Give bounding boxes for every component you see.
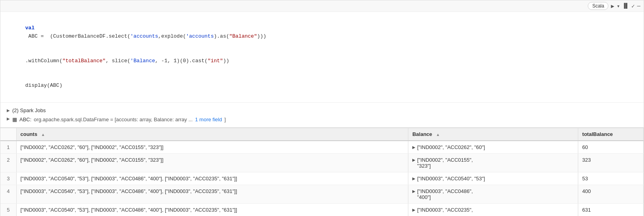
total-balance-str: "totalBalance" <box>62 58 105 64</box>
balance-value: ["IND0003", "ACC0486", "400"] <box>417 188 473 200</box>
abc-info-row: ▶ ▦ ABC: org.apache.spark.sql.DataFrame … <box>7 115 637 124</box>
abc-end: ] <box>224 117 226 122</box>
cell-total-balance: 400 <box>578 185 644 203</box>
cell-balance: ▶["IND0003", "ACC0540", "53"] <box>408 172 578 185</box>
cell-rownum: 5 <box>0 203 16 216</box>
spark-jobs-label: (2) Spark Jobs <box>12 107 46 113</box>
col-header-balance[interactable]: Balance ▲ <box>408 128 578 141</box>
explode-call: explode( <box>161 33 186 39</box>
col-header-counts[interactable]: counts ▲ <box>16 128 408 141</box>
table-row: 2["IND0002", "ACC0262", "60"], ["IND0002… <box>0 153 644 172</box>
check-icon[interactable]: ✓ <box>631 3 634 10</box>
cell-total-balance: 53 <box>578 172 644 185</box>
with-column: .withColumn( <box>25 58 63 64</box>
table-header-row: counts ▲ Balance ▲ totalBalance <box>0 128 644 141</box>
table-row: 1["IND0002", "ACC0262", "60"], ["IND0002… <box>0 141 644 154</box>
balance-value: ["IND0003", "ACC0235", <box>417 207 473 213</box>
cell-toolbar: Scala ▶ ▾ ▐▌ ✓ — <box>0 0 644 12</box>
slice-args: , -1, 1)(0).cast( <box>155 58 208 64</box>
table-row: 4["IND0003", "ACC0540", "53"], ["IND0003… <box>0 185 644 203</box>
more-field-link[interactable]: 1 more field <box>195 117 222 122</box>
balance-value: ["IND0002", "ACC0155", "323"] <box>417 157 473 169</box>
abc-toggle[interactable]: ▶ <box>7 117 10 121</box>
cell-counts: ["IND0003", "ACC0540", "53"], ["IND0003"… <box>16 185 408 203</box>
cell-rownum: 4 <box>0 185 16 203</box>
balance-expand-icon[interactable]: ▶ <box>412 189 415 193</box>
sort-icon-counts[interactable]: ▲ <box>41 132 45 137</box>
more-icon[interactable]: — <box>637 3 640 9</box>
cell-balance: ▶["IND0003", "ACC0486", "400"] <box>408 185 578 203</box>
code-area: val ABC = (CustomerBalanceDF.select('acc… <box>0 12 644 103</box>
cell-rownum: 1 <box>0 141 16 154</box>
col-header-rownum <box>0 128 16 141</box>
spark-jobs-toggle[interactable]: ▶ <box>7 108 10 113</box>
cell-counts: ["IND0003", "ACC0540", "53"], ["IND0003"… <box>16 203 408 216</box>
data-table-wrapper: counts ▲ Balance ▲ totalBalance 1["IND00… <box>0 128 644 216</box>
cell-balance: ▶["IND0003", "ACC0235", <box>408 203 578 216</box>
accounts-arg2: 'accounts <box>186 33 214 39</box>
cell-counts: ["IND0003", "ACC0540", "53"], ["IND0003"… <box>16 172 408 185</box>
balance-expand-icon[interactable]: ▶ <box>412 158 415 162</box>
cell-balance: ▶["IND0002", "ACC0155", "323"] <box>408 153 578 172</box>
cell-rownum: 2 <box>0 153 16 172</box>
notebook-cell: Scala ▶ ▾ ▐▌ ✓ — val ABC = (CustomerBala… <box>0 0 644 216</box>
run-button[interactable]: ▶ <box>611 3 614 10</box>
close1: ). <box>214 33 220 39</box>
accounts-arg1: 'accounts <box>130 33 158 39</box>
balance-str: "Balance" <box>229 33 257 39</box>
sort-icon-balance[interactable]: ▲ <box>436 132 440 137</box>
balance-tick: 'Balance <box>130 58 155 64</box>
table-row: 5["IND0003", "ACC0540", "53"], ["IND0003… <box>0 203 644 216</box>
display-call: display(ABC) <box>25 82 63 88</box>
cell-total-balance: 60 <box>578 141 644 154</box>
table-row: 3["IND0003", "ACC0540", "53"], ["IND0003… <box>0 172 644 185</box>
cell-rownum: 3 <box>0 172 16 185</box>
cell-balance: ▶["IND0002", "ACC0262", "60"] <box>408 141 578 154</box>
cell-counts: ["IND0002", "ACC0262", "60"], ["IND0002"… <box>16 141 408 154</box>
chevron-down-icon[interactable]: ▾ <box>617 3 620 10</box>
keyword-val: val <box>25 25 34 31</box>
var-abc: ABC = (CustomerBalanceDF.select( <box>25 33 130 39</box>
balance-expand-icon[interactable]: ▶ <box>412 145 415 149</box>
close2: ))) <box>257 33 266 39</box>
comma1: , <box>158 33 161 39</box>
balance-value: ["IND0002", "ACC0262", "60"] <box>417 144 485 150</box>
balance-expand-icon[interactable]: ▶ <box>412 176 415 181</box>
code-line-3: display(ABC) <box>7 74 637 98</box>
cell-total-balance: 631 <box>578 203 644 216</box>
output-area: ▶ (2) Spark Jobs ▶ ▦ ABC: org.apache.spa… <box>0 103 644 128</box>
code-line-1: val ABC = (CustomerBalanceDF.select('acc… <box>7 16 637 49</box>
as-call: as( <box>220 33 229 39</box>
cell-total-balance: 323 <box>578 153 644 172</box>
language-badge[interactable]: Scala <box>588 2 608 10</box>
results-table: counts ▲ Balance ▲ totalBalance 1["IND00… <box>0 128 644 216</box>
table-icon: ▦ <box>12 117 17 122</box>
col-header-total[interactable]: totalBalance <box>578 128 644 141</box>
balance-value: ["IND0003", "ACC0540", "53"] <box>417 176 485 182</box>
chart-icon[interactable]: ▐▌ <box>622 3 629 9</box>
spark-jobs-row: ▶ (2) Spark Jobs <box>7 106 637 115</box>
code-line-2: .withColumn("totalBalance", slice('Balan… <box>7 49 637 73</box>
abc-type: org.apache.spark.sql.DataFrame = [accoun… <box>34 117 192 122</box>
cell-counts: ["IND0002", "ACC0262", "60"], ["IND0002"… <box>16 153 408 172</box>
int-str: "int" <box>208 58 223 64</box>
close3: )) <box>223 58 229 64</box>
slice-part: , slice( <box>106 58 130 64</box>
balance-expand-icon[interactable]: ▶ <box>412 208 415 212</box>
abc-label: ABC: <box>19 117 31 122</box>
